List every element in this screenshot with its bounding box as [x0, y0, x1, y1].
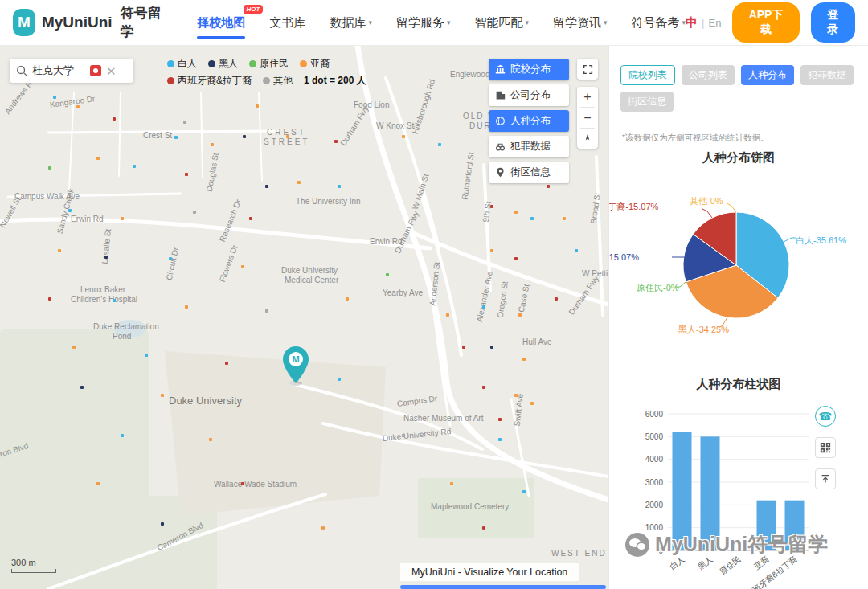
map-label: W Knox St [376, 121, 414, 130]
population-dot [338, 378, 341, 381]
panel-tab-4[interactable]: 街区信息 [620, 92, 674, 112]
pie-label: 白人-35.61% [796, 235, 846, 247]
nav-item-5[interactable]: 留学资讯▾ [553, 0, 608, 46]
nav-item-2[interactable]: 数据库▾ [330, 0, 372, 46]
layer-button-4[interactable]: 街区信息 [489, 162, 569, 183]
population-dot [386, 273, 389, 276]
nav-item-label: 留学资讯 [553, 15, 601, 31]
population-dot [113, 117, 116, 121]
search-box: ✕ [10, 59, 133, 83]
nav-item-0[interactable]: 择校地图HOT [197, 0, 245, 46]
layer-button-2[interactable]: 人种分布 [489, 110, 569, 132]
lang-zh[interactable]: 中 [686, 15, 698, 31]
nav-item-label: 符号备考 [632, 15, 680, 31]
layer-button-1[interactable]: 公司分布 [489, 84, 569, 106]
panel-tab-3[interactable]: 犯罪数据 [800, 65, 854, 85]
population-dot [225, 362, 228, 365]
login-button[interactable]: 登录 [811, 2, 855, 43]
red-marker-icon [90, 65, 101, 76]
population-dot [241, 265, 244, 268]
nav-item-1[interactable]: 文书库 [269, 0, 305, 46]
map-label: Duke University [281, 266, 338, 275]
layer-button-3[interactable]: 犯罪数据 [489, 136, 569, 157]
language-switch[interactable]: 中 | En [686, 15, 721, 31]
nav-item-3[interactable]: 留学服务▾ [396, 0, 451, 46]
population-dot [183, 121, 186, 124]
population-dot [68, 209, 72, 212]
search-input[interactable] [32, 65, 85, 77]
population-dot [249, 217, 252, 220]
population-dot [211, 143, 214, 146]
population-dot [265, 185, 268, 188]
map-label: Erwin Rd [71, 215, 104, 223]
population-dot [113, 299, 116, 302]
map-label: Duke Reclamation [93, 322, 159, 331]
bar [673, 432, 692, 550]
layer-button-0[interactable]: 院校分布 [489, 59, 569, 80]
zoom-out-button[interactable]: − [577, 108, 598, 128]
fullscreen-button[interactable] [577, 59, 598, 80]
location-marker[interactable]: M [280, 345, 312, 390]
legend-dot [300, 60, 307, 67]
population-dot [297, 181, 301, 184]
population-dot [522, 490, 526, 493]
population-dot [438, 143, 441, 146]
population-dot [321, 526, 325, 530]
layer-menu: 院校分布公司分布人种分布犯罪数据街区信息 [489, 59, 569, 183]
population-dot [241, 482, 244, 485]
hot-badge: HOT [244, 5, 264, 14]
pie-leader-line [784, 238, 796, 242]
fullscreen-icon [583, 64, 593, 75]
population-dot [575, 249, 578, 252]
logo[interactable]: M MyUniUni 符号留学 [13, 4, 165, 41]
legend-item: 其他 [263, 74, 293, 88]
map-canvas[interactable]: Englewood AveFood LionW Knox StOLD WESTD… [0, 46, 608, 589]
crime-icon [495, 141, 506, 152]
map-label: Wallace Wade Stadium [214, 480, 297, 489]
legend-label: 原住民 [260, 57, 289, 71]
nav-item-4[interactable]: 智能匹配▾ [475, 0, 530, 46]
layer-button-label: 街区信息 [510, 166, 551, 179]
map-label: Maplewood Cemetery [431, 502, 509, 511]
legend-item: 白人 [167, 57, 197, 71]
nav-item-label: 数据库 [330, 15, 366, 31]
pie-leader-line [702, 209, 712, 218]
y-tick-label: 0 [658, 546, 663, 555]
compass-button[interactable] [577, 129, 598, 149]
map-label: Food Lion [354, 100, 389, 109]
back-to-top-button[interactable] [815, 468, 836, 489]
nav-item-6[interactable]: 符号备考▾ [632, 0, 686, 46]
close-icon[interactable]: ✕ [106, 65, 117, 77]
qrcode-button[interactable] [815, 437, 836, 458]
population-dot [48, 297, 51, 301]
panel-tab-1[interactable]: 公司列表 [682, 65, 735, 85]
population-dot [193, 211, 196, 214]
horizontal-scrollbar[interactable] [400, 585, 606, 589]
bank-icon [495, 64, 506, 75]
legend-label: 白人 [178, 57, 197, 71]
population-dot [490, 346, 493, 349]
population-dot [96, 482, 100, 485]
population-dot [518, 313, 522, 317]
app-download-button[interactable]: APP下载 [732, 2, 799, 43]
population-dot [96, 157, 100, 160]
population-dot [530, 402, 534, 405]
district-icon [495, 167, 506, 178]
population-dot [462, 346, 465, 349]
population-dot [490, 249, 493, 252]
map-label: Pond [113, 332, 131, 341]
chevron-down-icon: ▾ [604, 18, 608, 27]
panel-tab-0[interactable]: 院校列表 [620, 65, 675, 85]
layer-button-label: 公司分布 [510, 88, 551, 102]
chevron-down-icon: ▾ [447, 18, 451, 27]
population-dot [161, 394, 164, 397]
lang-en[interactable]: En [709, 17, 722, 29]
population-dot [48, 166, 51, 170]
x-tick-label: 原住民 [718, 554, 742, 576]
y-tick-label: 1000 [645, 523, 664, 532]
phone-button[interactable]: ☎ [815, 406, 836, 427]
zoom-in-button[interactable]: + [577, 87, 598, 107]
scale-bar [11, 569, 56, 573]
panel-tab-2[interactable]: 人种分布 [741, 65, 794, 85]
x-tick-label: 西班牙裔&拉丁裔 [745, 554, 799, 589]
